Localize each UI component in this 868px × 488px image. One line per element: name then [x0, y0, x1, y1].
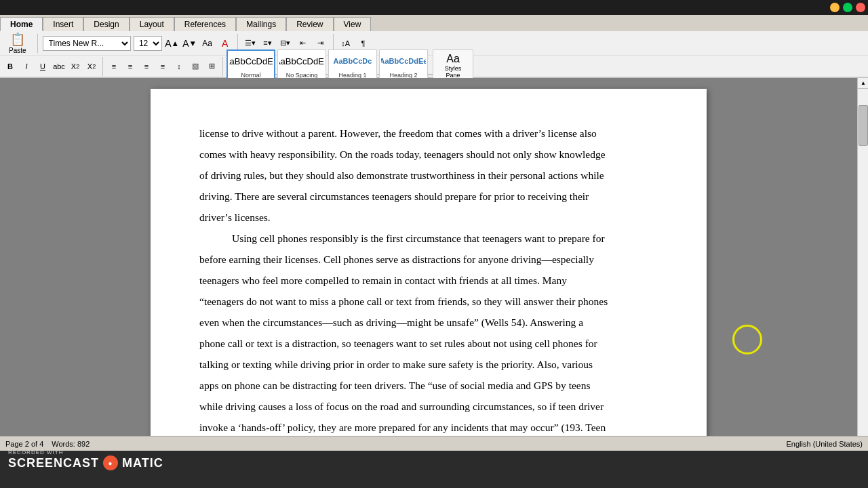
close-button[interactable]: [856, 3, 865, 12]
watermark-brand-text: SCREENCAST: [8, 456, 99, 470]
bold-button[interactable]: B: [3, 59, 18, 74]
watermark-recorded: RECORDED WITH: [8, 449, 163, 455]
watermark-icon: ●: [103, 455, 118, 470]
page-info: Page 2 of 4: [5, 440, 43, 448]
font-name-select[interactable]: Times New R...: [43, 36, 131, 51]
tab-mailings[interactable]: Mailings: [236, 17, 286, 31]
font-size-decrease-button[interactable]: A▼: [182, 36, 197, 51]
document-page: license to drive without a parent. Howev…: [151, 89, 707, 436]
clear-formatting-button[interactable]: A: [218, 36, 233, 51]
scrollbar-thumb[interactable]: [859, 105, 868, 146]
paragraph-7[interactable]: teenagers who feel more compelled to rem…: [199, 270, 658, 291]
italic-button[interactable]: I: [19, 59, 34, 74]
font-size-select[interactable]: 12: [134, 36, 162, 51]
paragraph-4[interactable]: driver’s licenses.: [199, 207, 658, 228]
paragraph-6[interactable]: before earning their licenses. Cell phon…: [199, 249, 658, 270]
watermark: RECORDED WITH SCREENCAST ● MATIC: [8, 449, 163, 470]
styles-pane-button[interactable]: Aa StylesPane: [433, 49, 473, 82]
paragraph-0[interactable]: license to drive without a parent. Howev…: [199, 123, 658, 144]
paste-label: Paste: [9, 47, 26, 54]
watermark-brand: SCREENCAST ● MATIC: [8, 455, 163, 470]
show-formatting-button[interactable]: ¶: [356, 36, 371, 51]
paragraph-10[interactable]: phone call or text is a distraction, so …: [199, 333, 658, 354]
paragraph-11[interactable]: talking or texting while driving prior i…: [199, 354, 658, 375]
tab-layout[interactable]: Layout: [130, 17, 174, 31]
maximize-button[interactable]: [843, 3, 852, 12]
numbering-button[interactable]: ≡▾: [260, 36, 275, 51]
tab-home[interactable]: Home: [0, 17, 43, 31]
paragraph-14[interactable]: invoke a ‘hands-off’ policy, they are mo…: [199, 417, 658, 436]
separator1: [37, 34, 38, 53]
style-heading2-preview: AaBbCcDdEe: [381, 52, 426, 71]
tab-references[interactable]: References: [174, 17, 236, 31]
paragraph-9[interactable]: even when the circumstances—such as driv…: [199, 312, 658, 333]
tab-insert[interactable]: Insert: [43, 17, 83, 31]
style-heading2[interactable]: AaBbCcDdEe Heading 2: [379, 49, 428, 82]
style-gallery: AaBbCcDdEe Normal AaBbCcDdEe No Spacing …: [226, 57, 473, 75]
cursor-indicator: [732, 325, 762, 354]
style-normal-preview: AaBbCcDdEe: [229, 52, 273, 71]
ribbon: Home Insert Design Layout References Mai…: [0, 15, 868, 78]
tab-review[interactable]: Review: [286, 17, 333, 31]
line-spacing-button[interactable]: ↕: [172, 59, 186, 74]
decrease-indent-button[interactable]: ⇤: [296, 36, 311, 51]
borders-button[interactable]: ⊞: [204, 59, 219, 74]
style-no-spacing-preview: AaBbCcDdEe: [279, 52, 324, 71]
tab-design[interactable]: Design: [83, 17, 129, 31]
minimize-button[interactable]: [830, 3, 840, 12]
style-no-spacing[interactable]: AaBbCcDdEe No Spacing: [277, 49, 326, 82]
multilevel-list-button[interactable]: ⊟▾: [278, 36, 293, 51]
paragraph-12[interactable]: apps on phone can be distracting for tee…: [199, 375, 658, 396]
status-bar: Page 2 of 4 Words: 892 English (United S…: [0, 436, 868, 451]
align-justify-button[interactable]: ≡: [155, 59, 170, 74]
tab-view[interactable]: View: [334, 17, 372, 31]
toolbar-row2: B I U abc X2 X2 ≡ ≡ ≡ ≡ ↕ ▧ ⊞ AaBbCcDdEe…: [0, 56, 868, 77]
paragraph-8[interactable]: “teenagers do not want to miss a phone c…: [199, 291, 658, 312]
align-right-button[interactable]: ≡: [139, 59, 154, 74]
style-heading1-preview: AaBbCcDc: [330, 52, 375, 71]
scroll-up-arrow[interactable]: ▲: [858, 78, 868, 89]
right-scrollbar[interactable]: ▲: [857, 78, 868, 436]
sort-button[interactable]: ↕A: [338, 36, 353, 51]
paragraph-5[interactable]: Using cell phones responsibly is the fir…: [199, 228, 658, 249]
styles-pane-label: StylesPane: [445, 65, 462, 79]
watermark-suffix: MATIC: [122, 456, 163, 470]
title-bar: [0, 0, 868, 15]
paragraphs-container: license to drive without a parent. Howev…: [199, 123, 658, 436]
font-size-increase-button[interactable]: A▲: [165, 36, 180, 51]
strikethrough-button[interactable]: abc: [52, 59, 66, 74]
align-center-button[interactable]: ≡: [123, 59, 138, 74]
paste-button[interactable]: 📋 Paste: [3, 33, 33, 54]
language-info: English (United States): [787, 440, 863, 448]
align-left-button[interactable]: ≡: [106, 59, 121, 74]
paragraph-3[interactable]: driving. There are several circumstances…: [199, 186, 658, 207]
paragraph-2[interactable]: of driving rules, but they should also d…: [199, 165, 658, 186]
separator5: [222, 57, 223, 76]
bullets-button[interactable]: ☰▾: [243, 36, 258, 51]
change-case-button[interactable]: Aa: [200, 36, 215, 51]
shading-button[interactable]: ▧: [188, 59, 203, 74]
superscript-button[interactable]: X2: [84, 59, 99, 74]
document-scroll[interactable]: license to drive without a parent. Howev…: [0, 78, 857, 436]
document-container: license to drive without a parent. Howev…: [0, 78, 868, 436]
subscript-button[interactable]: X2: [68, 59, 83, 74]
paragraph-1[interactable]: comes with heavy responsibility. On the …: [199, 144, 658, 165]
separator4: [102, 57, 103, 76]
paragraph-13[interactable]: while driving causes a loss of focus on …: [199, 396, 658, 417]
increase-indent-button[interactable]: ⇥: [313, 36, 328, 51]
word-count: Words: 892: [52, 440, 90, 448]
style-normal[interactable]: AaBbCcDdEe Normal: [226, 49, 275, 82]
underline-button[interactable]: U: [35, 59, 50, 74]
style-heading1[interactable]: AaBbCcDc Heading 1: [328, 49, 377, 82]
tab-row: Home Insert Design Layout References Mai…: [0, 15, 868, 31]
